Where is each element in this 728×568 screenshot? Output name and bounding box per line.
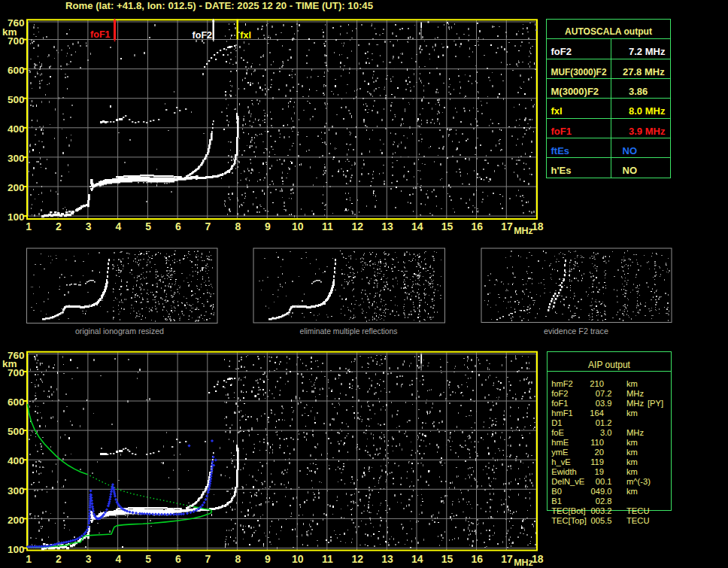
- svg-text:TEC[Top]: TEC[Top]: [551, 516, 587, 525]
- svg-text:9: 9: [265, 220, 271, 232]
- svg-text:100: 100: [8, 544, 25, 555]
- svg-text:km: km: [626, 379, 638, 388]
- svg-text:003.2: 003.2: [591, 506, 612, 515]
- svg-text:15: 15: [441, 553, 453, 565]
- svg-text:3: 3: [86, 553, 92, 565]
- svg-text:evidence F2 trace: evidence F2 trace: [544, 327, 608, 336]
- svg-text:300: 300: [8, 485, 25, 497]
- svg-text:TECU: TECU: [626, 516, 649, 525]
- svg-text:10: 10: [292, 553, 304, 565]
- svg-text:300: 300: [8, 153, 25, 164]
- svg-text:3.86: 3.86: [629, 86, 648, 97]
- svg-text:foF2: foF2: [193, 30, 212, 41]
- svg-text:200: 200: [8, 182, 25, 193]
- svg-text:Rome (lat: +41.8, lon: 012.5): Rome (lat: +41.8, lon: 012.5) - DATE: 20…: [65, 0, 373, 11]
- svg-text:fxI: fxI: [551, 105, 563, 117]
- svg-text:MHz: MHz: [626, 399, 644, 408]
- svg-text:5: 5: [145, 553, 151, 565]
- svg-text:AUTOSCALA output: AUTOSCALA output: [565, 26, 653, 37]
- svg-text:MHz: MHz: [514, 557, 533, 568]
- svg-text:km: km: [626, 409, 638, 418]
- svg-text:18: 18: [532, 553, 544, 565]
- svg-text:11: 11: [322, 220, 333, 232]
- svg-text:200: 200: [8, 515, 25, 526]
- svg-text:19: 19: [595, 467, 604, 476]
- svg-text:h'Es: h'Es: [551, 165, 572, 176]
- svg-text:16: 16: [471, 220, 483, 232]
- svg-text:9: 9: [265, 553, 271, 565]
- svg-text:4: 4: [115, 553, 121, 565]
- svg-text:[PY]: [PY]: [648, 399, 663, 408]
- svg-text:210: 210: [590, 379, 604, 388]
- svg-text:15: 15: [441, 220, 453, 232]
- svg-text:Ewidth: Ewidth: [551, 467, 577, 476]
- svg-text:14: 14: [411, 553, 423, 565]
- svg-text:100: 100: [8, 211, 25, 223]
- svg-text:8: 8: [235, 553, 241, 565]
- svg-text:02.8: 02.8: [596, 497, 612, 506]
- svg-text:14: 14: [411, 220, 423, 232]
- svg-text:7: 7: [205, 553, 211, 565]
- svg-text:13: 13: [381, 553, 393, 565]
- svg-text:TECU: TECU: [626, 506, 649, 515]
- svg-text:km: km: [626, 438, 638, 447]
- svg-text:foE: foE: [551, 428, 564, 437]
- svg-text:1: 1: [26, 553, 32, 565]
- svg-text:2: 2: [56, 220, 62, 232]
- svg-text:10: 10: [292, 220, 304, 232]
- svg-text:500: 500: [8, 94, 25, 105]
- svg-text:km: km: [626, 448, 638, 457]
- svg-text:NO: NO: [623, 165, 638, 176]
- svg-text:164: 164: [590, 409, 604, 418]
- svg-text:27.8 MHz: 27.8 MHz: [623, 66, 665, 77]
- svg-text:MUF(3000)F2: MUF(3000)F2: [551, 66, 607, 77]
- svg-text:3.9 MHz: 3.9 MHz: [629, 126, 666, 137]
- svg-text:4: 4: [115, 220, 121, 232]
- svg-text:07.2: 07.2: [596, 389, 612, 398]
- svg-text:m^(-3): m^(-3): [626, 477, 651, 486]
- svg-text:00.1: 00.1: [596, 477, 612, 486]
- svg-text:17: 17: [501, 220, 513, 232]
- svg-text:119: 119: [590, 457, 604, 466]
- svg-text:500: 500: [8, 426, 25, 437]
- svg-text:km: km: [2, 358, 17, 369]
- svg-text:3: 3: [86, 220, 92, 232]
- svg-text:eliminate multiple reflections: eliminate multiple reflections: [300, 327, 398, 336]
- svg-text:6: 6: [175, 220, 181, 232]
- svg-text:M(3000)F2: M(3000)F2: [551, 86, 599, 97]
- svg-text:005.5: 005.5: [591, 516, 612, 525]
- svg-text:km: km: [2, 26, 17, 38]
- svg-text:ymE: ymE: [551, 448, 568, 457]
- svg-text:MHz: MHz: [626, 428, 644, 437]
- svg-text:foF2: foF2: [551, 389, 568, 398]
- svg-text:D1: D1: [551, 418, 562, 427]
- svg-text:km: km: [626, 457, 638, 466]
- svg-text:km: km: [626, 467, 638, 476]
- svg-text:110: 110: [590, 438, 604, 447]
- svg-text:DelN_vE: DelN_vE: [551, 477, 584, 486]
- svg-text:400: 400: [8, 455, 25, 466]
- svg-text:600: 600: [8, 65, 25, 76]
- svg-text:18: 18: [532, 220, 544, 232]
- svg-text:hmF2: hmF2: [551, 379, 573, 388]
- svg-text:foF1: foF1: [90, 29, 110, 40]
- svg-text:original ionogram resized: original ionogram resized: [75, 327, 164, 336]
- svg-text:12: 12: [352, 220, 364, 232]
- svg-text:6: 6: [175, 553, 181, 565]
- svg-text:km: km: [626, 487, 638, 496]
- svg-text:17: 17: [501, 553, 513, 565]
- svg-text:foF1: foF1: [551, 399, 568, 408]
- svg-text:01.2: 01.2: [596, 418, 612, 427]
- svg-text:foF1: foF1: [551, 126, 572, 137]
- svg-text:MHz: MHz: [626, 389, 644, 398]
- svg-text:1: 1: [26, 220, 32, 232]
- svg-text:5: 5: [145, 220, 151, 232]
- svg-text:foF2: foF2: [551, 46, 572, 57]
- svg-text:AIP output: AIP output: [588, 360, 630, 370]
- svg-text:049.0: 049.0: [591, 487, 612, 496]
- svg-text:20: 20: [595, 448, 604, 457]
- svg-text:hmF1: hmF1: [551, 409, 573, 418]
- svg-text:16: 16: [471, 553, 483, 565]
- svg-text:hmE: hmE: [551, 438, 569, 447]
- svg-text:2: 2: [56, 553, 62, 565]
